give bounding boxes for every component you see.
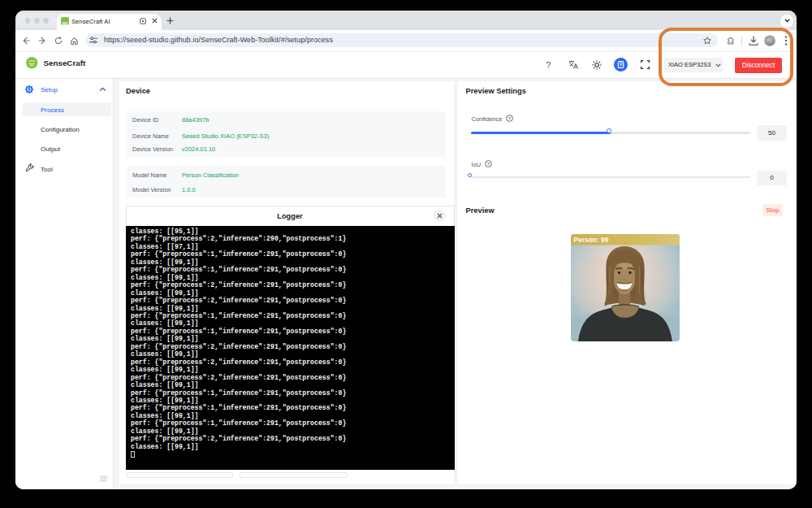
svg-text:Person: 99: Person: 99	[574, 236, 609, 244]
svg-text:?: ?	[487, 162, 490, 167]
svg-text:?: ?	[508, 116, 512, 121]
